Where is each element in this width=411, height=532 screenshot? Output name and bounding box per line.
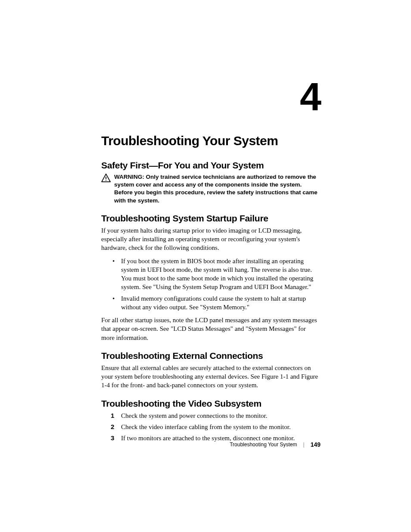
list-item: If you boot the system in BIOS boot mode… [121, 257, 321, 292]
svg-rect-0 [106, 177, 106, 179]
heading-safety: Safety First—For You and Your System [101, 160, 321, 171]
startup-intro: If your system halts during startup prio… [101, 226, 321, 252]
heading-external: Troubleshooting External Connections [101, 351, 321, 361]
startup-bullets: If you boot the system in BIOS boot mode… [101, 257, 321, 312]
chapter-number: 4 [101, 78, 321, 116]
svg-rect-1 [106, 180, 106, 181]
warning-label: WARNING: [114, 174, 146, 180]
external-body: Ensure that all external cables are secu… [101, 364, 321, 390]
warning-icon [101, 174, 111, 184]
startup-outro: For all other startup issues, note the L… [101, 316, 321, 342]
video-steps: Check the system and power connections t… [101, 411, 321, 443]
list-item: Invalid memory configurations could caus… [121, 294, 321, 312]
footer-page-number: 149 [311, 441, 321, 448]
heading-video: Troubleshooting the Video Subsystem [101, 398, 321, 409]
warning-text: WARNING: Only trained service technician… [114, 173, 321, 205]
footer-section: Troubleshooting Your System [230, 442, 297, 448]
list-item: Check the system and power connections t… [121, 411, 321, 420]
page-footer: Troubleshooting Your System | 149 [230, 441, 321, 448]
heading-startup: Troubleshooting System Startup Failure [101, 213, 321, 224]
list-item: Check the video interface cabling from t… [121, 423, 321, 431]
footer-divider: | [303, 442, 305, 448]
warning-block: WARNING: Only trained service technician… [101, 173, 321, 205]
page-title: Troubleshooting Your System [101, 134, 321, 148]
